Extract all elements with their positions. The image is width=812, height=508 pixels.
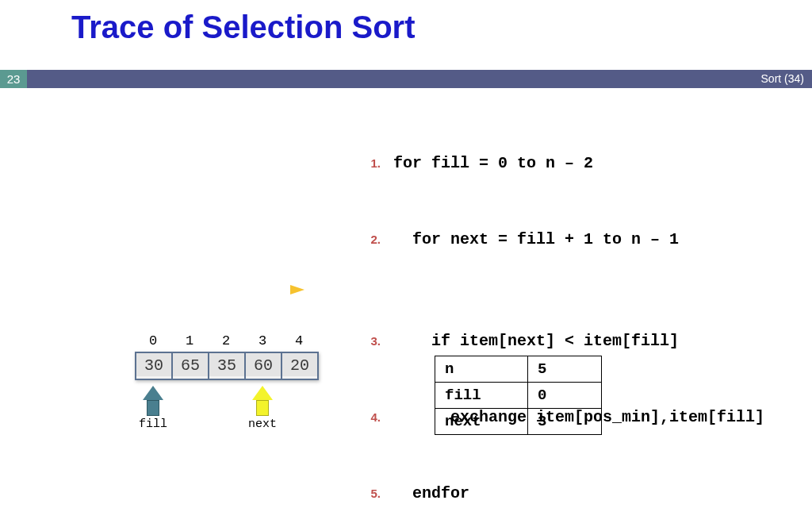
array-cell: 60 <box>246 353 282 379</box>
fill-pointer: fill <box>135 386 171 431</box>
up-arrow-icon <box>146 386 160 413</box>
var-name: next <box>435 409 528 435</box>
var-value: 5 <box>528 356 602 383</box>
line-number: 1. <box>354 151 381 176</box>
array-cell: 30 <box>136 353 173 379</box>
table-row: n 5 <box>435 356 602 383</box>
table-row: fill 0 <box>435 383 602 409</box>
line-number: 5. <box>354 481 381 506</box>
code-text: if item[next] < item[fill] <box>393 332 679 350</box>
array-cells: 30 65 35 60 20 <box>135 352 319 380</box>
array-visualization: 0 1 2 3 4 30 65 35 60 20 fill next <box>135 333 319 380</box>
footer-right-label: Sort (34) <box>761 70 804 88</box>
array-index-row: 0 1 2 3 4 <box>135 333 319 348</box>
variable-table: n 5 fill 0 next 3 <box>435 356 602 435</box>
array-cell: 20 <box>282 353 317 379</box>
array-index: 4 <box>281 333 317 348</box>
code-line-5: 5. endfor <box>316 456 764 508</box>
var-value: 3 <box>528 409 602 435</box>
current-line-pointer-icon <box>290 285 304 294</box>
table-row: next 3 <box>435 409 602 435</box>
code-text: for next = fill + 1 to n – 1 <box>393 230 679 248</box>
line-number: 3. <box>354 329 381 354</box>
array-index: 0 <box>135 333 171 348</box>
next-pointer: next <box>244 386 281 431</box>
array-cell: 65 <box>173 353 209 379</box>
up-arrow-icon <box>255 386 270 413</box>
code-line-2: 2. for next = fill + 1 to n – 1 <box>316 202 764 278</box>
code-line-1: 1.for fill = 0 to n – 2 <box>316 125 764 202</box>
next-pointer-label: next <box>244 418 281 431</box>
fill-pointer-label: fill <box>135 418 171 431</box>
code-text: for fill = 0 to n – 2 <box>393 154 593 172</box>
array-cell: 35 <box>209 353 246 379</box>
code-text: endfor <box>393 484 469 502</box>
var-value: 0 <box>528 383 602 409</box>
code-block: 1.for fill = 0 to n – 2 2. for next = fi… <box>316 125 764 508</box>
array-index: 2 <box>208 333 244 348</box>
array-index: 1 <box>171 333 208 348</box>
line-number: 2. <box>354 227 381 252</box>
slide-title: Trace of Selection Sort <box>71 10 415 45</box>
line-number: 4. <box>354 405 381 430</box>
array-index: 3 <box>244 333 281 348</box>
slide-number-badge: 23 <box>0 70 27 88</box>
header-bar <box>0 70 812 88</box>
var-name: n <box>435 356 528 383</box>
var-name: fill <box>435 383 528 409</box>
